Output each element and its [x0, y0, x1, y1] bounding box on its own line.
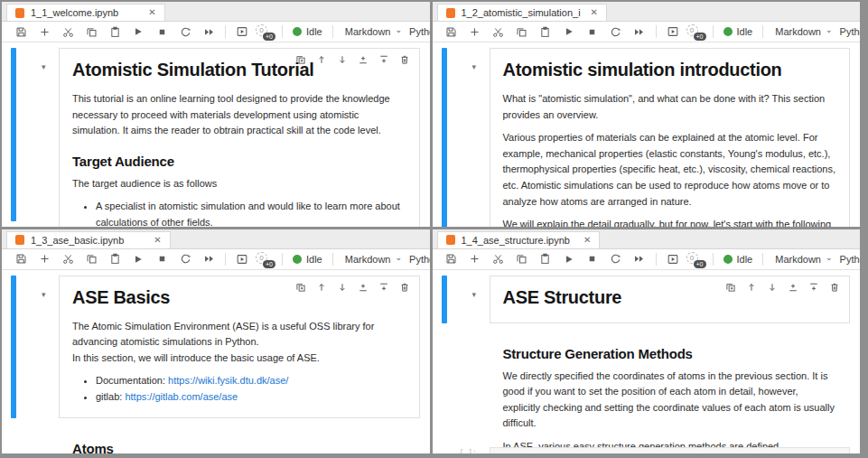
restart-kernel-button[interactable] — [604, 23, 628, 41]
duplicate-cell-button[interactable] — [295, 282, 306, 293]
save-button[interactable] — [9, 250, 33, 268]
delete-cell-button[interactable] — [399, 54, 410, 65]
save-button[interactable] — [9, 23, 33, 41]
save-button[interactable] — [440, 23, 463, 41]
paste-cells-button[interactable] — [103, 250, 126, 268]
run-cell-button[interactable] — [126, 23, 150, 41]
insert-cell-below-button[interactable] — [378, 54, 389, 65]
stop-kernel-button[interactable] — [150, 23, 173, 41]
stop-kernel-button[interactable] — [581, 250, 604, 268]
close-icon[interactable]: ✕ — [148, 8, 155, 17]
cell-type-dropdown[interactable]: Markdown ⌄ — [775, 254, 832, 265]
tab-title: 1_1_welcome.ipynb — [31, 7, 118, 18]
markdown-cell[interactable]: Structure Generation Methods We directly… — [490, 323, 851, 454]
run-all-cells-button[interactable] — [661, 250, 685, 268]
paste-cells-button[interactable] — [534, 23, 557, 41]
move-cell-up-button[interactable] — [746, 282, 757, 293]
restart-run-all-button[interactable] — [197, 23, 220, 41]
add-cell-button[interactable] — [463, 23, 487, 41]
markdown-cell[interactable]: ASE Basics The Atomic Simulation Environ… — [59, 276, 420, 419]
documentation-link[interactable]: https://wiki.fysik.dtu.dk/ase/ — [168, 375, 288, 386]
insert-cell-below-button[interactable] — [808, 282, 819, 293]
restart-kernel-button[interactable] — [604, 250, 628, 268]
copy-cells-button[interactable] — [79, 23, 103, 41]
close-icon[interactable]: ✕ — [154, 236, 161, 245]
kernel-status-label: Idle — [306, 26, 322, 37]
move-cell-up-button[interactable] — [316, 282, 327, 293]
add-cell-button[interactable] — [463, 250, 487, 268]
kernel-name[interactable]: Python 3.8 — [840, 26, 860, 37]
move-cell-down-button[interactable] — [337, 282, 348, 293]
delete-cell-button[interactable] — [399, 282, 410, 293]
heading-collapse-icon[interactable]: ▾ — [42, 290, 46, 299]
tab-atomistic-intro[interactable]: 1_2_atomistic_simulation_i ✕ — [437, 4, 607, 21]
restart-run-all-button[interactable] — [628, 23, 651, 41]
paste-cells-button[interactable] — [534, 250, 557, 268]
restart-kernel-button[interactable] — [173, 23, 197, 41]
insert-cell-above-button[interactable] — [358, 54, 369, 65]
duplicate-cell-button[interactable] — [725, 282, 736, 293]
fast-forward-icon — [203, 26, 215, 38]
cell-collapser[interactable] — [442, 276, 447, 323]
run-all-cells-button[interactable] — [661, 23, 685, 41]
arrow-down-icon — [767, 282, 778, 293]
paste-cells-button[interactable] — [103, 23, 126, 41]
cut-cells-button[interactable] — [56, 250, 79, 268]
scissors-icon — [492, 253, 504, 265]
arrow-down-icon — [337, 282, 348, 293]
close-icon[interactable]: ✕ — [583, 236, 591, 245]
restart-kernel-button[interactable] — [173, 250, 197, 268]
move-cell-down-button[interactable] — [337, 54, 348, 65]
run-cell-button[interactable] — [557, 23, 581, 41]
execution-indicator: 0 +0 — [256, 252, 270, 266]
duplicate-cell-button[interactable] — [295, 54, 306, 65]
run-all-cells-button[interactable] — [230, 23, 254, 41]
gitlab-link[interactable]: https://gitlab.com/ase/ase — [125, 391, 238, 402]
cell-collapser[interactable] — [11, 276, 16, 419]
kernel-name[interactable]: Python 3.8 — [840, 254, 860, 265]
close-icon[interactable]: ✕ — [591, 8, 598, 17]
move-cell-down-button[interactable] — [767, 282, 778, 293]
insert-cell-above-button[interactable] — [788, 282, 798, 293]
chevron-down-icon: ⌄ — [396, 254, 403, 262]
heading-collapse-icon[interactable]: ▾ — [42, 62, 46, 71]
stop-kernel-button[interactable] — [150, 250, 173, 268]
tab-ase-structure[interactable]: 1_4_ase_structure.ipynb ✕ — [437, 231, 601, 248]
restart-run-all-button[interactable] — [628, 250, 651, 268]
copy-cells-button[interactable] — [510, 250, 534, 268]
tab-bar: 1_2_atomistic_simulation_i ✕ — [433, 2, 861, 22]
delete-cell-button[interactable] — [829, 282, 840, 293]
kernel-name[interactable]: Python 3.8 — [409, 26, 429, 37]
heading-collapse-icon[interactable]: ▾ — [472, 62, 477, 71]
markdown-cell[interactable]: ASE Structure — [490, 276, 851, 323]
cell-type-dropdown[interactable]: Markdown ⌄ — [345, 254, 402, 265]
cut-cells-button[interactable] — [56, 23, 79, 41]
run-all-cells-button[interactable] — [230, 250, 254, 268]
run-cell-button[interactable] — [126, 250, 150, 268]
tab-ase-basic[interactable]: 1_3_ase_basic.ipynb ✕ — [6, 231, 171, 248]
markdown-cell[interactable]: Atomistic simulation introduction What i… — [490, 48, 851, 227]
cell-type-dropdown[interactable]: Markdown ⌄ — [775, 26, 832, 37]
markdown-cell[interactable]: Atoms In ASE, the Atoms class represents… — [59, 418, 420, 453]
cell-collapser[interactable] — [442, 48, 447, 227]
run-cell-button[interactable] — [557, 250, 581, 268]
markdown-cell[interactable]: Atomistic Simulation Tutorial This tutor… — [59, 48, 420, 227]
cell-type-dropdown[interactable]: Markdown ⌄ — [345, 26, 402, 37]
code-cell-input[interactable] — [490, 447, 851, 453]
copy-cells-button[interactable] — [79, 250, 103, 268]
insert-cell-above-button[interactable] — [358, 282, 369, 293]
add-cell-button[interactable] — [33, 250, 56, 268]
restart-run-all-button[interactable] — [197, 250, 220, 268]
heading-collapse-icon[interactable]: ▾ — [472, 290, 477, 299]
tab-welcome[interactable]: 1_1_welcome.ipynb ✕ — [6, 4, 165, 21]
kernel-name[interactable]: Python 3.8 — [409, 254, 429, 265]
add-cell-button[interactable] — [33, 23, 56, 41]
cut-cells-button[interactable] — [487, 23, 510, 41]
save-button[interactable] — [440, 250, 463, 268]
copy-cells-button[interactable] — [510, 23, 534, 41]
move-cell-up-button[interactable] — [316, 54, 327, 65]
insert-cell-below-button[interactable] — [378, 282, 389, 293]
cut-cells-button[interactable] — [487, 250, 510, 268]
cell-collapser[interactable] — [11, 48, 16, 221]
stop-kernel-button[interactable] — [581, 23, 604, 41]
